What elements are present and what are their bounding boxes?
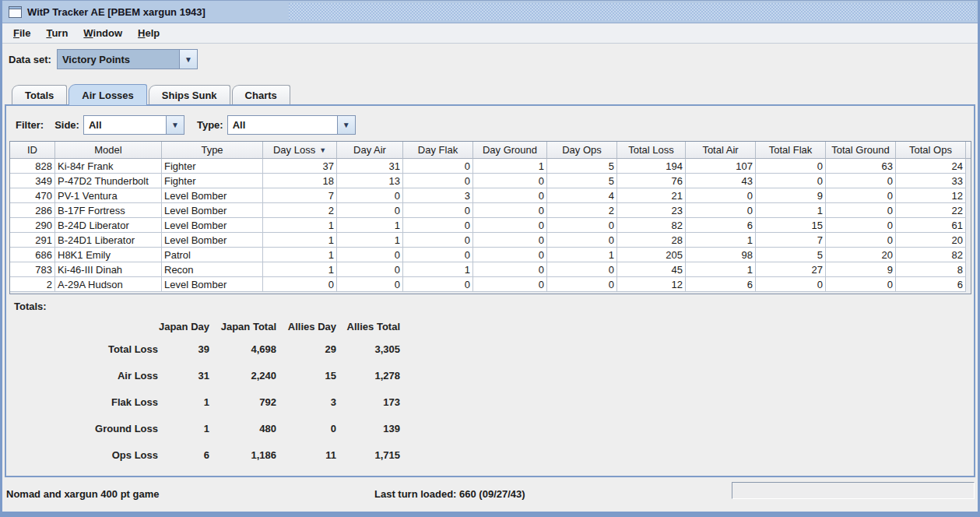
menu-file[interactable]: File [5,25,38,41]
cell-day-air: 0 [337,248,403,262]
window-icon[interactable] [9,6,22,18]
dataset-combo[interactable]: Victory Points ▼ [57,49,198,69]
cell-day-ground: 1 [473,159,547,174]
totals-value-japan-day: 31 [158,362,209,389]
cell-day-flak: 0 [403,159,473,174]
column-header-day-ops[interactable]: Day Ops [547,142,617,159]
tab-air-losses[interactable]: Air Losses [68,84,146,105]
menu-window[interactable]: Window [76,25,130,41]
cell-total-air: 98 [686,248,756,262]
cell-day-loss: 1 [263,218,337,233]
cell-day-ground: 0 [473,233,547,248]
column-header-total-ops[interactable]: Total Ops [896,142,966,159]
table-row[interactable]: 2A-29A HudsonLevel Bomber00000126006 [10,277,966,292]
title-bar[interactable]: WitP Tracker AE [PBEM xargun 1943] [2,0,978,23]
cell-id: 291 [10,233,55,248]
totals-header-japan-total: Japan Total [209,317,276,336]
table-row[interactable]: 349P-47D2 ThunderboltFighter181300576430… [10,174,966,188]
dataset-dropdown-arrow-icon[interactable]: ▼ [179,50,197,69]
table-body: 828Ki-84r FrankFighter373101519410706324… [10,159,971,292]
cell-total-loss: 205 [617,248,686,262]
cell-total-flak: 5 [756,248,826,262]
totals-value-allies-day: 3 [276,389,336,415]
table-row[interactable]: 291B-24D1 LiberatorLevel Bomber110002817… [10,233,966,248]
cell-total-air: 0 [686,203,756,218]
type-filter-value: All [228,116,337,134]
cell-day-flak: 0 [403,203,473,218]
column-header-model[interactable]: Model [55,142,162,159]
totals-value-allies-day: 11 [276,441,336,468]
totals-value-japan-day: 1 [158,415,209,441]
table-row[interactable]: 470PV-1 VenturaLevel Bomber703042109012 [10,188,966,203]
tab-ships-sunk[interactable]: Ships Sunk [149,85,230,104]
air-losses-table: IDModelTypeDay Loss▼Day AirDay FlakDay G… [9,141,971,294]
column-header-type[interactable]: Type [162,142,263,159]
cell-day-air: 0 [337,203,403,218]
cell-model: B-24D1 Liberator [55,233,162,248]
cell-total-air: 107 [686,159,756,174]
menu-help[interactable]: Help [130,25,167,41]
dataset-value: Victory Points [58,50,179,69]
cell-total-loss: 23 [617,203,686,218]
table-row[interactable]: 828Ki-84r FrankFighter373101519410706324 [10,159,966,174]
cell-total-air: 43 [686,174,756,188]
column-header-day-flak[interactable]: Day Flak [403,142,473,159]
cell-model: B-17F Fortress [55,203,162,218]
column-header-day-air[interactable]: Day Air [337,142,403,159]
totals-row-label: Flak Loss [14,389,158,415]
type-filter-combo[interactable]: All ▼ [227,115,356,135]
type-filter-label: Type: [197,119,223,131]
totals-row-label: Air Loss [14,362,158,389]
column-header-day-ground[interactable]: Day Ground [473,142,547,159]
side-filter-combo[interactable]: All ▼ [83,115,184,135]
cell-total-ground: 0 [826,203,896,218]
table-row[interactable]: 290B-24D LiberatorLevel Bomber1100082615… [10,218,966,233]
column-header-total-air[interactable]: Total Air [686,142,756,159]
cell-day-loss: 1 [263,262,337,277]
cell-total-air: 6 [686,277,756,292]
cell-day-ground: 0 [473,262,547,277]
table-header: IDModelTypeDay Loss▼Day AirDay FlakDay G… [10,142,971,159]
type-filter-dropdown-arrow-icon[interactable]: ▼ [337,116,355,134]
cell-day-ground: 0 [473,218,547,233]
window-title: WitP Tracker AE [PBEM xargun 1943] [27,6,205,18]
table-row[interactable]: 286B-17F FortressLevel Bomber20002230102… [10,203,966,218]
header-filler [966,142,971,159]
cell-total-ops: 61 [896,218,966,233]
column-header-day-loss[interactable]: Day Loss▼ [263,142,337,159]
tab-totals[interactable]: Totals [12,85,67,104]
cell-day-ops: 0 [547,218,617,233]
cell-day-ground: 0 [473,188,547,203]
column-header-id[interactable]: ID [10,142,55,159]
totals-value-japan-total: 4,698 [209,336,276,362]
cell-day-ground: 0 [473,174,547,188]
cell-type: Level Bomber [162,203,263,218]
cell-total-ops: 24 [896,159,966,174]
progress-bar [732,482,975,499]
cell-model: P-47D2 Thunderbolt [55,174,162,188]
cell-total-loss: 194 [617,159,686,174]
totals-header-allies-day: Allies Day [276,317,336,336]
cell-total-air: 1 [686,233,756,248]
totals-value-japan-day: 1 [158,389,209,415]
tab-charts[interactable]: Charts [232,85,290,104]
cell-id: 686 [10,248,55,262]
cell-total-ground: 0 [826,277,896,292]
side-filter-dropdown-arrow-icon[interactable]: ▼ [166,116,184,134]
cell-day-ops: 0 [547,277,617,292]
table-row[interactable]: 783Ki-46-III DinahRecon101004512798 [10,262,966,277]
column-header-total-ground[interactable]: Total Ground [826,142,896,159]
cell-total-air: 0 [686,188,756,203]
cell-total-ground: 0 [826,174,896,188]
table-row[interactable]: 686H8K1 EmilyPatrol100012059852082 [10,248,966,262]
column-header-total-flak[interactable]: Total Flak [756,142,826,159]
cell-day-ops: 5 [547,159,617,174]
titlebar-texture [289,3,976,20]
cell-day-ops: 4 [547,188,617,203]
cell-day-ops: 0 [547,233,617,248]
cell-id: 349 [10,174,55,188]
cell-total-ops: 8 [896,262,966,277]
menu-turn[interactable]: Turn [38,25,76,41]
cell-total-flak: 7 [756,233,826,248]
column-header-total-loss[interactable]: Total Loss [617,142,686,159]
